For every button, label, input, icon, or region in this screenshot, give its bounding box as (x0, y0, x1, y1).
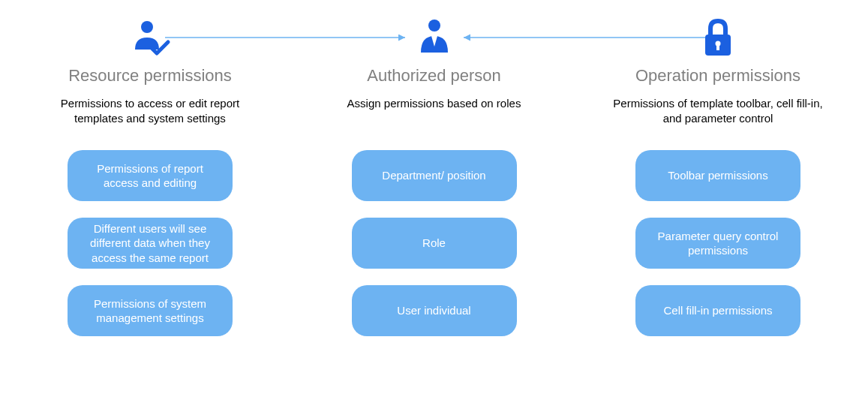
svg-point-1 (428, 20, 440, 32)
column-desc: Assign permissions based on roles (347, 96, 521, 128)
pill-item: Different users will see different data … (68, 218, 233, 269)
pill-item: Parameter query control permissions (635, 218, 800, 269)
user-check-icon (129, 15, 171, 60)
pill-item: Cell fill-in permissions (635, 285, 800, 336)
lock-icon (699, 15, 737, 60)
pill-item: Department/ position (352, 150, 517, 201)
pill-item: Toolbar permissions (635, 150, 800, 201)
column-resource: Resource permissions Permissions to acce… (30, 15, 270, 353)
pill-item: User individual (352, 285, 517, 336)
column-operation: Operation permissions Permissions of tem… (598, 15, 838, 353)
pill-item: Role (352, 218, 517, 269)
column-desc: Permissions to access or edit report tem… (38, 96, 263, 128)
svg-rect-2 (433, 35, 436, 38)
column-title: Operation permissions (635, 66, 800, 86)
diagram-container: Resource permissions Permissions to acce… (0, 0, 868, 368)
column-title: Resource permissions (68, 66, 232, 86)
column-title: Authorized person (367, 66, 501, 86)
svg-point-0 (141, 21, 153, 33)
svg-rect-5 (716, 44, 719, 50)
column-desc: Permissions of template toolbar, cell fi… (605, 96, 830, 128)
business-person-icon (413, 15, 455, 60)
pill-item: Permissions of system management setting… (68, 285, 233, 336)
column-authorized: Authorized person Assign permissions bas… (314, 15, 554, 353)
pill-item: Permissions of report access and editing (68, 150, 233, 201)
